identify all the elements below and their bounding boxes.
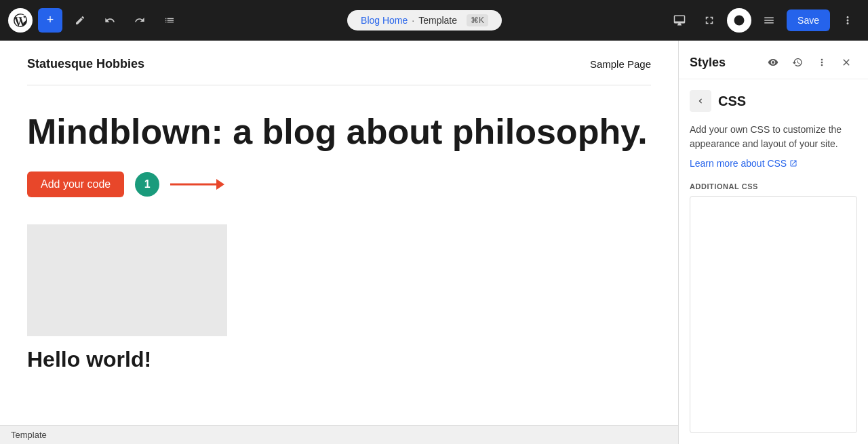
add-code-button[interactable]: Add your code [27, 171, 124, 197]
site-nav: Sample Page [590, 58, 651, 70]
svg-point-1 [734, 15, 745, 25]
css-textarea[interactable] [690, 196, 857, 433]
list-view-button[interactable] [157, 8, 182, 33]
history-button[interactable] [787, 52, 808, 73]
sidebar-header-icons [762, 52, 857, 73]
main-layout: Statuesque Hobbies Sample Page Mindblown… [0, 41, 868, 444]
keyboard-shortcut-badge: ⌘K [467, 14, 488, 26]
breadcrumb-current: Template [418, 15, 457, 26]
toolbar-right: Save [667, 8, 860, 33]
sidebar-panel-title: Styles [690, 56, 726, 70]
breadcrumb-pill[interactable]: Blog Home · Template ⌘K [347, 10, 502, 31]
blog-heading: Mindblown: a blog about philosophy. [27, 113, 651, 151]
external-link-icon [789, 159, 797, 167]
sidebar-header: Styles [679, 41, 868, 79]
step-badge: 1 [135, 172, 159, 197]
additional-css-label: ADDITIONAL CSS [690, 182, 857, 190]
redo-button[interactable] [127, 8, 152, 33]
save-button[interactable]: Save [787, 9, 830, 31]
desktop-view-button[interactable] [667, 8, 692, 33]
canvas: Statuesque Hobbies Sample Page Mindblown… [0, 41, 678, 444]
more-options-sidebar-button[interactable] [811, 52, 833, 73]
arrow-graphic [170, 174, 224, 195]
bottom-bar-label: Template [11, 430, 47, 440]
fullscreen-button[interactable] [697, 8, 722, 33]
add-block-button[interactable]: + [38, 8, 62, 33]
back-button[interactable] [690, 90, 711, 112]
css-panel-heading: CSS [718, 94, 746, 109]
edit-pen-button[interactable] [68, 8, 92, 33]
more-options-button[interactable] [835, 8, 860, 33]
learn-more-link[interactable]: Learn more about CSS [690, 158, 857, 169]
site-title: Statuesque Hobbies [27, 57, 144, 71]
toolbar: + Blog Home · Template ⌘K Save [0, 0, 868, 41]
breadcrumb-separator: · [412, 15, 414, 26]
sidebar: Styles CSS [678, 41, 868, 444]
learn-more-text: Learn more about CSS [690, 158, 787, 169]
css-description: Add your own CSS to customize the appear… [690, 123, 857, 151]
close-sidebar-button[interactable] [835, 52, 857, 73]
css-back-row: CSS [690, 90, 857, 112]
css-panel: CSS Add your own CSS to customize the ap… [679, 79, 868, 444]
wp-logo[interactable] [8, 8, 33, 33]
svg-marker-3 [216, 179, 224, 190]
undo-button[interactable] [98, 8, 122, 33]
breadcrumb-center: Blog Home · Template ⌘K [187, 10, 662, 31]
bottom-bar: Template [0, 425, 678, 444]
cta-row: Add your code 1 [27, 171, 651, 197]
site-header: Statuesque Hobbies Sample Page [27, 41, 651, 85]
post-featured-image [27, 224, 227, 336]
breadcrumb-link[interactable]: Blog Home [361, 15, 408, 26]
preview-button[interactable] [762, 52, 784, 73]
post-title: Hello world! [27, 347, 651, 372]
sidebar-toggle-button[interactable] [757, 8, 781, 33]
styles-toggle-button[interactable] [727, 8, 751, 33]
